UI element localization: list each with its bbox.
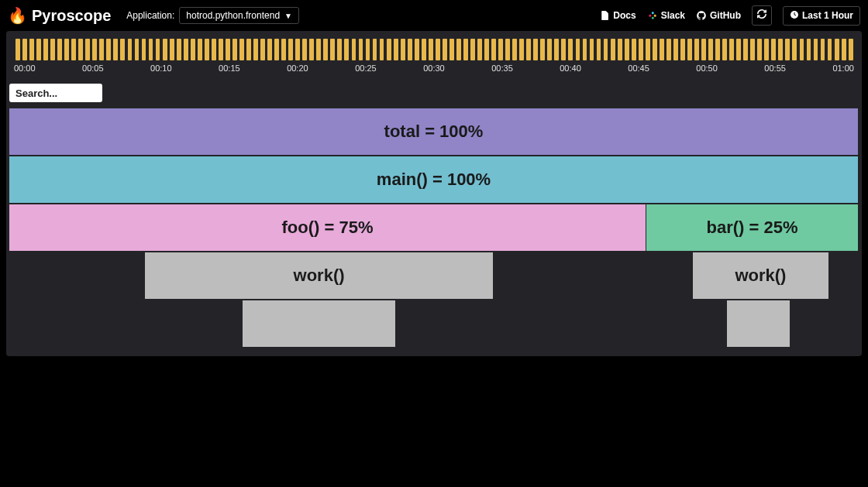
- timeline-tick: [708, 39, 713, 60]
- timeline-label: 00:45: [628, 63, 649, 73]
- timeline-label: 00:15: [219, 63, 240, 73]
- flame-cell[interactable]: total = 100%: [9, 108, 859, 155]
- timeline-tick: [323, 39, 328, 60]
- timeline-tick: [415, 39, 419, 60]
- github-icon: [696, 10, 707, 21]
- github-link[interactable]: GitHub: [696, 10, 741, 21]
- timeline-tick: [198, 39, 202, 60]
- refresh-button[interactable]: [752, 5, 772, 26]
- timeline-tick: [99, 39, 104, 60]
- timeline-ticks: [14, 39, 854, 60]
- flame-cell[interactable]: work(): [145, 252, 493, 299]
- timeline-tick: [498, 39, 503, 60]
- timeline-tick: [561, 39, 566, 60]
- timeline-tick: [604, 39, 608, 60]
- timeline-tick: [477, 39, 482, 60]
- timeline-tick: [533, 39, 538, 60]
- timeline-tick: [729, 39, 734, 60]
- timeline-tick: [149, 39, 153, 60]
- timeline-tick: [106, 39, 111, 60]
- flame-row: total = 100%: [9, 108, 859, 155]
- timeline-tick: [170, 39, 174, 60]
- timeline-tick: [22, 39, 27, 60]
- timeline-tick: [491, 39, 496, 60]
- timeline-label: 00:50: [696, 63, 718, 73]
- timeline-tick: [330, 39, 335, 60]
- timeline-tick: [267, 39, 272, 60]
- timeline-tick: [611, 39, 615, 60]
- application-dropdown[interactable]: hotrod.python.frontend ▼: [179, 7, 299, 24]
- slack-icon: [647, 10, 658, 21]
- timeline-tick: [253, 39, 258, 60]
- timeline-tick: [401, 39, 405, 60]
- timeline-tick: [366, 39, 370, 60]
- flame-cell[interactable]: foo() = 75%: [9, 204, 646, 251]
- timeline-tick: [583, 39, 587, 60]
- timeline-tick: [239, 39, 244, 60]
- docs-link[interactable]: Docs: [599, 10, 636, 21]
- timeline-tick: [226, 39, 230, 60]
- flame-cell[interactable]: work(): [693, 252, 828, 299]
- timeline-tick: [736, 39, 741, 60]
- timeline-tick: [29, 39, 34, 60]
- timeline-tick: [687, 39, 692, 60]
- timeline-labels: 00:0000:0500:1000:1500:2000:2500:3000:35…: [14, 63, 854, 73]
- flame-cell[interactable]: main() = 100%: [9, 156, 859, 203]
- timeline-tick: [50, 39, 55, 60]
- timeline-label: 00:05: [82, 63, 104, 73]
- timeline-tick: [456, 39, 461, 60]
- timeline-tick: [757, 39, 762, 60]
- svg-rect-1: [651, 12, 653, 14]
- timeline-tick: [519, 39, 524, 60]
- timeline-tick: [177, 39, 181, 60]
- timeline-tick: [646, 39, 650, 60]
- timeline-label: 00:10: [150, 63, 172, 73]
- clock-icon: [790, 10, 799, 22]
- search-input[interactable]: [9, 84, 102, 102]
- timeline-tick: [463, 39, 468, 60]
- timeline-tick: [540, 39, 545, 60]
- timeline-tick: [344, 39, 349, 60]
- timeline-tick: [722, 39, 727, 60]
- github-label: GitHub: [710, 10, 741, 21]
- timeline-tick: [302, 39, 307, 60]
- application-label: Application:: [126, 10, 174, 21]
- timeline[interactable]: 00:0000:0500:1000:1500:2000:2500:3000:35…: [14, 39, 854, 76]
- timeline-tick: [660, 39, 664, 60]
- timeline-tick: [260, 39, 265, 60]
- timeline-tick: [295, 39, 300, 60]
- svg-rect-0: [649, 15, 651, 17]
- timeline-tick: [184, 39, 188, 60]
- time-range-label: Last 1 Hour: [802, 10, 853, 21]
- timeline-label: 00:35: [491, 63, 513, 73]
- timeline-tick: [807, 39, 811, 60]
- svg-rect-3: [651, 17, 653, 19]
- timeline-tick: [547, 39, 552, 60]
- timeline-tick: [337, 39, 342, 60]
- timeline-tick: [743, 39, 748, 60]
- timeline-tick: [576, 39, 580, 60]
- application-selected: hotrod.python.frontend: [186, 10, 280, 21]
- timeline-tick: [505, 39, 510, 60]
- timeline-tick: [750, 39, 755, 60]
- timeline-tick: [78, 39, 83, 60]
- timeline-tick: [142, 39, 146, 60]
- time-range-button[interactable]: Last 1 Hour: [783, 6, 860, 26]
- timeline-tick: [484, 39, 489, 60]
- slack-link[interactable]: Slack: [647, 10, 685, 21]
- flame-cell[interactable]: [727, 300, 790, 347]
- timeline-tick: [673, 39, 678, 60]
- timeline-tick: [715, 39, 720, 60]
- timeline-label: 00:20: [287, 63, 308, 73]
- timeline-tick: [64, 39, 69, 60]
- timeline-label: 00:55: [764, 63, 786, 73]
- timeline-tick: [57, 39, 62, 60]
- timeline-tick: [120, 39, 125, 60]
- flame-cell[interactable]: bar() = 25%: [646, 204, 859, 251]
- flame-cell[interactable]: [243, 300, 395, 347]
- timeline-tick: [842, 39, 846, 60]
- timeline-tick: [288, 39, 293, 60]
- flamegraph: total = 100%main() = 100%foo() = 75%bar(…: [6, 108, 862, 356]
- timeline-tick: [778, 39, 783, 60]
- refresh-icon: [756, 9, 767, 22]
